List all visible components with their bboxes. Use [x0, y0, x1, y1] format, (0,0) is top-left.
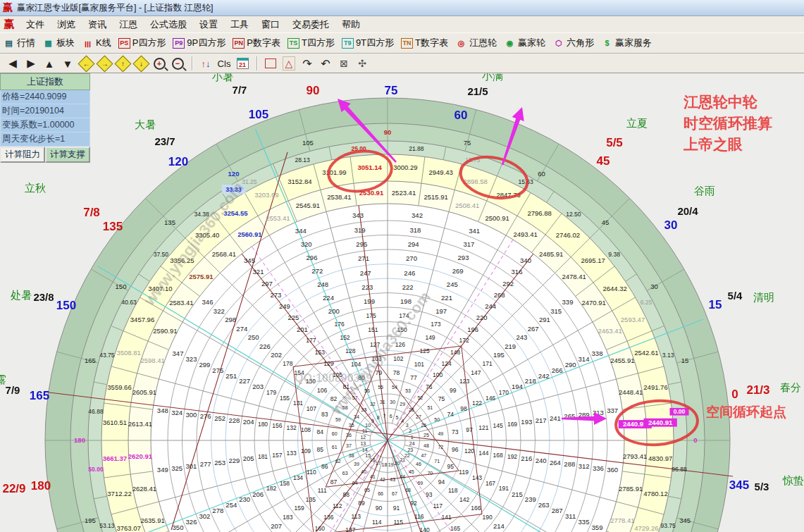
menu-item-0[interactable]: 文件 — [20, 18, 51, 31]
degree-ring-value: 15 — [681, 357, 689, 364]
menu-item-1[interactable]: 浏览 — [51, 18, 82, 31]
spiral-number: 302 — [199, 512, 210, 520]
spiral-number: 316 — [512, 268, 523, 276]
t-updown-icon[interactable]: ↑↓ — [197, 56, 214, 71]
toolbar-button-gann-wheel[interactable]: ◎江恩轮 — [455, 37, 497, 49]
inner-price-value: 2598.41 — [141, 357, 165, 364]
spiral-number: 222 — [402, 283, 414, 291]
zoom-in-icon[interactable]: + — [151, 56, 168, 71]
spiral-number: 141 — [442, 514, 452, 521]
outer-label-立秋: 立秋 — [25, 182, 46, 194]
toolbar-button-hexagon[interactable]: ⬡六角形 — [552, 37, 594, 49]
menu-item-3[interactable]: 江恩 — [113, 18, 144, 31]
app-window: 1234567891011121314151617181920212223242… — [0, 0, 804, 532]
toolbar-button-pn-table[interactable]: PNP数字表 — [233, 37, 280, 49]
spiral-number: 166 — [471, 505, 481, 512]
spiral-number: 268 — [494, 291, 505, 299]
spiral-number: 301 — [185, 462, 197, 470]
spiral-number: 267 — [528, 325, 539, 333]
spiral-number: 346 — [202, 298, 214, 306]
green-ring-value: 21.88 — [409, 145, 424, 152]
spiral-number: 202 — [271, 351, 282, 359]
next-triangle-icon[interactable]: ▶ — [23, 56, 39, 71]
outer-price-value: 4729.26 — [634, 524, 658, 532]
spiral-number: 181 — [258, 453, 268, 460]
spiral-number: 321 — [253, 268, 264, 276]
up-triangle-icon[interactable]: ▲ — [41, 56, 58, 71]
toolbar-button-ps-square[interactable]: PSP四方形 — [118, 37, 166, 49]
calc-resistance-button[interactable]: 计算阻力 — [0, 147, 45, 163]
outer-label-21/5: 21/5 — [467, 85, 488, 97]
spiral-number: 220 — [476, 314, 488, 321]
spiral-number: 38 — [349, 453, 354, 458]
spiral-number: 292 — [502, 280, 514, 287]
diamond-left-icon[interactable]: ← — [78, 56, 94, 71]
menu-item-8[interactable]: 交易委托 — [286, 18, 335, 31]
move-icon[interactable]: ✣ — [354, 56, 371, 71]
rect-tool-icon[interactable] — [262, 56, 279, 71]
inner-price-value: 2605.91 — [132, 388, 156, 396]
rotate-ccw-icon[interactable]: ↶ — [317, 56, 334, 71]
select-box-icon[interactable]: ⊠ — [335, 56, 352, 71]
zoom-out-icon[interactable]: − — [169, 56, 186, 71]
spiral-number: 272 — [311, 267, 323, 275]
spiral-number: 97 — [466, 426, 473, 433]
toolbar-button-p9-square[interactable]: P99P四方形 — [173, 37, 225, 49]
toolbar-button-quotes-table[interactable]: ▤行情 — [3, 37, 35, 49]
toolbar-button-kline[interactable]: ꞁꞁꞁK线 — [82, 37, 111, 49]
spiral-number: 95 — [447, 463, 454, 470]
diamond-up-icon[interactable]: ↑ — [114, 56, 131, 71]
inner-price-value: 2500.91 — [486, 214, 509, 222]
diamond-down-icon[interactable]: ↓ — [132, 56, 149, 71]
toolbar-button-label: 板块 — [56, 37, 75, 49]
spiral-number: 277 — [200, 460, 211, 468]
spiral-number: 147 — [471, 369, 481, 376]
menu-item-9[interactable]: 帮助 — [335, 18, 366, 31]
toolbar-button-tn-table[interactable]: TNT数字表 — [401, 37, 448, 49]
quotes-table-icon: ▤ — [3, 38, 15, 49]
toolbar-button-ts-square[interactable]: TST四方形 — [287, 37, 335, 49]
outer-label-345: 345 — [729, 478, 749, 492]
spiral-number: 52 — [417, 395, 423, 400]
down-triangle-icon[interactable]: ▼ — [59, 56, 76, 71]
menu-item-7[interactable]: 窗口 — [255, 18, 286, 31]
cls-button[interactable]: Cls — [216, 56, 233, 71]
spiral-number: 78 — [393, 369, 400, 376]
menu-item-6[interactable]: 工具 — [224, 18, 255, 31]
spiral-number: 278 — [212, 507, 223, 514]
spiral-number: 50 — [434, 417, 440, 422]
spiral-number: 68 — [405, 488, 411, 493]
rotate-cw-icon[interactable]: ↷ — [299, 56, 316, 71]
menu-item-2[interactable]: 资讯 — [82, 18, 113, 31]
inner-price-value: 2508.41 — [455, 202, 479, 209]
diamond-right-icon[interactable]: → — [96, 56, 113, 71]
spiral-number: 322 — [214, 307, 225, 315]
t9-square-icon: T9 — [342, 38, 354, 49]
degree-ring-value: 165 — [85, 357, 96, 364]
toolbar-button-t9-square[interactable]: T99T四方形 — [342, 37, 394, 49]
inner-price-value: 2553.41 — [266, 214, 290, 222]
spiral-number: 116 — [414, 513, 424, 520]
toolbar-button-sectors-grid[interactable]: ▦板块 — [42, 37, 75, 49]
prev-triangle-icon[interactable]: ◀ — [4, 56, 21, 71]
menu-item-5[interactable]: 设置 — [193, 18, 224, 31]
spiral-number: 226 — [259, 342, 271, 350]
calendar-icon[interactable]: 21 — [234, 56, 251, 71]
outer-label-7/8: 7/8 — [83, 206, 100, 219]
spiral-number: 144 — [478, 450, 488, 457]
toolbar-button-service[interactable]: $赢家服务 — [601, 37, 652, 49]
spiral-number: 14 — [362, 447, 368, 452]
spiral-number: 101 — [414, 361, 424, 368]
menu-item-4[interactable]: 公式选股 — [144, 18, 193, 31]
spiral-number: 63 — [342, 471, 348, 476]
calc-support-button[interactable]: 计算支撑 — [45, 147, 90, 163]
gann-wheel-chart[interactable]: 1234567891011121314151617181920212223242… — [0, 0, 804, 532]
green-ring-value: 28.13 — [295, 156, 311, 163]
inner-price-value: 2793.41 — [623, 452, 647, 460]
triangle-tool-icon[interactable]: △ — [280, 56, 297, 71]
toolbar-button-winner-wheel[interactable]: ◉赢家轮 — [504, 37, 545, 49]
spiral-number: 195 — [493, 351, 505, 359]
spiral-number: 299 — [199, 361, 210, 369]
spiral-number: 44 — [400, 474, 405, 479]
spiral-number: 120 — [464, 447, 474, 454]
